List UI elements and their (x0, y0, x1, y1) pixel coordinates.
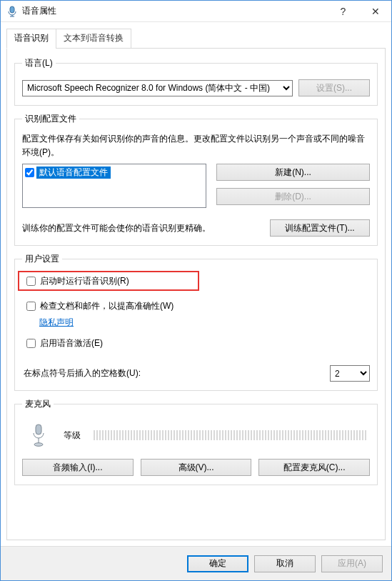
review-docs-label: 检查文档和邮件，以提高准确性(W) (40, 300, 174, 312)
group-profiles: 识别配置文件 配置文件保存有关如何识别你的声音的信息。更改配置文件以识别另一个声… (14, 113, 378, 246)
voice-activation-label: 启用语音激活(E) (40, 337, 103, 349)
audio-input-button[interactable]: 音频输入(I)... (22, 459, 134, 476)
spacer (14, 492, 378, 532)
spaces-after-punct-select[interactable]: 2 (330, 365, 370, 382)
train-profile-button[interactable]: 训练配置文件(T)... (270, 219, 370, 237)
run-at-startup-label: 启动时运行语音识别(R) (40, 275, 129, 287)
voice-activation-checkbox[interactable] (26, 339, 36, 348)
dialog-window: 语音属性 ? ✕ 语音识别 文本到语音转换 语言(L) Microsoft Sp… (0, 0, 392, 581)
language-settings-button[interactable]: 设置(S)... (298, 79, 370, 96)
client-area: 语音识别 文本到语音转换 语言(L) Microsoft Speech Reco… (1, 22, 391, 546)
privacy-statement-link[interactable]: 隐私声明 (39, 314, 370, 332)
svg-rect-3 (36, 424, 41, 434)
profile-delete-button[interactable]: 删除(D)... (216, 188, 370, 205)
profile-default-checkbox[interactable] (25, 168, 34, 177)
profile-item-default[interactable]: 默认语音配置文件 (24, 166, 204, 179)
group-microphone: 麦克风 等级 音频输入(I)... 高级(V (14, 398, 378, 485)
profiles-description: 配置文件保存有关如何识别你的声音的信息。更改配置文件以识别另一个声音或不同的噪音… (22, 132, 370, 159)
group-microphone-legend: 麦克风 (22, 398, 54, 410)
profiles-listbox[interactable]: 默认语音配置文件 (22, 164, 206, 208)
mic-level-meter (94, 430, 367, 440)
ok-button[interactable]: 确定 (187, 555, 248, 572)
profile-default-label: 默认语音配置文件 (36, 167, 111, 179)
tab-strip: 语音识别 文本到语音转换 (6, 29, 386, 49)
train-hint-text: 训练你的配置文件可能会使你的语音识别更精确。 (22, 222, 260, 234)
review-docs-checkbox[interactable] (26, 302, 36, 311)
close-button[interactable]: ✕ (359, 1, 391, 21)
tab-text-to-speech[interactable]: 文本到语音转换 (56, 29, 131, 49)
help-button[interactable]: ? (327, 1, 359, 21)
language-select[interactable]: Microsoft Speech Recognizer 8.0 for Wind… (22, 80, 293, 96)
apply-button[interactable]: 应用(A) (321, 555, 383, 572)
group-profiles-legend: 识别配置文件 (22, 113, 79, 125)
mic-level-label: 等级 (64, 429, 81, 442)
group-user-settings: 用户设置 启动时运行语音识别(R) 检查文档和邮件，以提高准确性(W) 隐私声明… (14, 253, 378, 391)
configure-microphone-button[interactable]: 配置麦克风(C)... (258, 459, 370, 476)
svg-rect-0 (10, 6, 14, 13)
cancel-button[interactable]: 取消 (254, 555, 316, 572)
svg-point-5 (34, 443, 43, 447)
run-at-startup-checkbox[interactable] (26, 277, 36, 286)
tab-page-recognition: 语言(L) Microsoft Speech Recognizer 8.0 fo… (6, 48, 386, 540)
window-title: 语音属性 (22, 5, 327, 17)
group-user-settings-legend: 用户设置 (22, 253, 62, 265)
tab-speech-recognition[interactable]: 语音识别 (6, 29, 56, 49)
spaces-after-punct-label: 在标点符号后插入的空格数(U): (24, 367, 324, 379)
group-language: 语言(L) Microsoft Speech Recognizer 8.0 fo… (14, 57, 378, 106)
app-icon (6, 6, 18, 17)
advanced-button[interactable]: 高级(V)... (141, 459, 252, 476)
titlebar: 语音属性 ? ✕ (1, 1, 391, 22)
microphone-icon (28, 422, 49, 449)
dialog-footer: 确定 取消 应用(A) (1, 546, 391, 580)
profile-new-button[interactable]: 新建(N)... (216, 164, 370, 181)
group-language-legend: 语言(L) (22, 57, 56, 69)
